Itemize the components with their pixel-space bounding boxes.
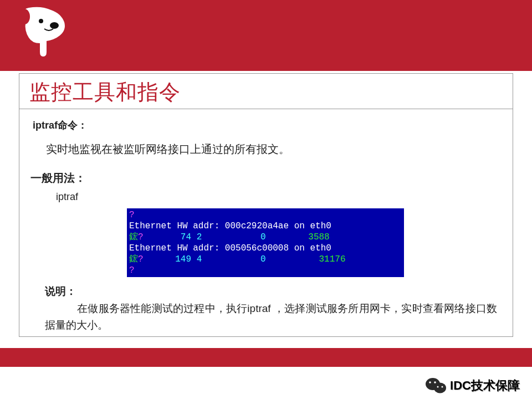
command-label: iptraf命令： [33, 117, 502, 134]
svg-point-7 [437, 386, 439, 388]
header-band [0, 0, 532, 71]
svg-point-8 [442, 386, 443, 388]
content-card: 监控工具和指令 iptraf命令： 实时地监视在被监听网络接口上通过的所有报文。… [19, 73, 513, 337]
usage-command: iptraf [56, 188, 502, 206]
slide-page: 监控工具和指令 iptraf命令： 实时地监视在被监听网络接口上通过的所有报文。… [0, 0, 532, 399]
terminal-output: ? Ethernet HW addr: 000c2920a4ae on eth0… [127, 208, 404, 277]
command-description: 实时地监视在被监听网络接口上通过的所有报文。 [46, 140, 502, 158]
svg-point-6 [434, 381, 436, 383]
term-line-6: ? [129, 265, 135, 275]
svg-point-1 [39, 19, 43, 23]
slide-title: 监控工具和指令 [29, 78, 503, 106]
svg-point-2 [50, 22, 59, 29]
slide-body: iptraf命令： 实时地监视在被监听网络接口上通过的所有报文。 一般用法： i… [19, 109, 513, 339]
footer-mark: IDC技术保障 [426, 377, 520, 395]
svg-point-5 [429, 381, 431, 383]
term-line-3: 鋐? 74 2 0 3588 [129, 232, 330, 242]
term-line-4: Ethernet HW addr: 005056c00008 on eth0 [129, 243, 331, 253]
svg-point-4 [434, 383, 446, 393]
note-label: 说明： [45, 283, 502, 300]
wechat-icon [426, 377, 447, 395]
term-line-1: ? [129, 210, 135, 220]
footer-band [0, 348, 532, 367]
term-line-2: Ethernet HW addr: 000c2920a4ae on eth0 [129, 221, 331, 231]
svg-point-0 [19, 9, 30, 24]
usage-label: 一般用法： [30, 168, 502, 187]
title-row: 监控工具和指令 [19, 74, 513, 109]
dog-mascot-logo [19, 4, 69, 60]
term-line-5: 鋐? 149 4 0 31176 [129, 254, 346, 264]
footer-text: IDC技术保障 [450, 377, 520, 394]
note-text: 在做服务器性能测试的过程中，执行iptraf ，选择测试服务所用网卡，实时查看网… [45, 300, 502, 333]
